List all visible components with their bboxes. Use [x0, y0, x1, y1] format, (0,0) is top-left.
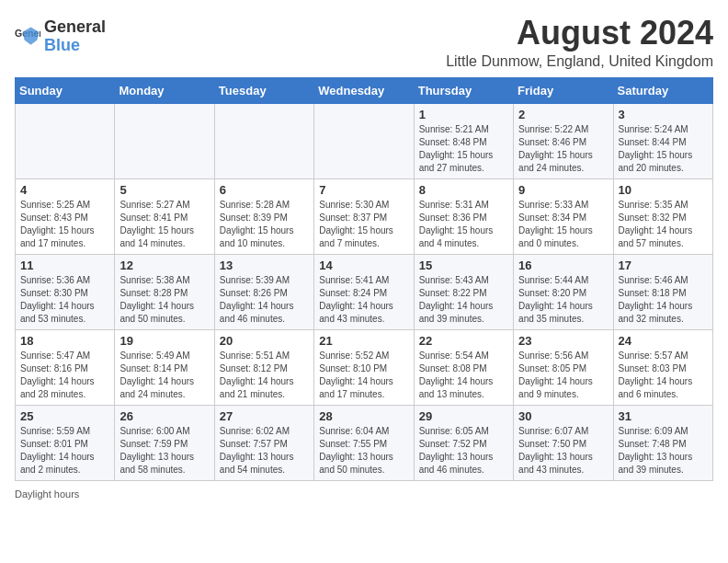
day-info: Sunrise: 5:28 AM Sunset: 8:39 PM Dayligh…	[220, 199, 309, 250]
calendar-cell: 26Sunrise: 6:00 AM Sunset: 7:59 PM Dayli…	[115, 405, 214, 480]
day-number: 9	[518, 183, 608, 197]
calendar-cell: 16Sunrise: 5:44 AM Sunset: 8:20 PM Dayli…	[514, 254, 613, 329]
day-info: Sunrise: 5:25 AM Sunset: 8:43 PM Dayligh…	[20, 199, 109, 250]
day-info: Sunrise: 6:04 AM Sunset: 7:55 PM Dayligh…	[319, 425, 408, 477]
day-number: 16	[518, 259, 608, 272]
day-number: 19	[119, 334, 209, 348]
day-info: Sunrise: 5:33 AM Sunset: 8:34 PM Dayligh…	[518, 199, 608, 250]
day-info: Sunrise: 5:51 AM Sunset: 8:12 PM Dayligh…	[220, 350, 309, 401]
day-number: 5	[119, 183, 209, 197]
calendar-cell: 10Sunrise: 5:35 AM Sunset: 8:32 PM Dayli…	[613, 178, 712, 254]
day-info: Sunrise: 6:02 AM Sunset: 7:57 PM Dayligh…	[220, 425, 309, 477]
day-number: 25	[20, 409, 109, 423]
calendar-cell: 18Sunrise: 5:47 AM Sunset: 8:16 PM Dayli…	[16, 329, 115, 405]
calendar-cell: 29Sunrise: 6:05 AM Sunset: 7:52 PM Dayli…	[414, 405, 513, 480]
day-number: 17	[619, 259, 708, 272]
day-info: Sunrise: 5:47 AM Sunset: 8:16 PM Dayligh…	[20, 350, 109, 401]
day-number: 21	[319, 334, 408, 348]
day-number: 30	[518, 409, 608, 423]
calendar-cell: 28Sunrise: 6:04 AM Sunset: 7:55 PM Dayli…	[314, 405, 414, 480]
day-info: Sunrise: 5:22 AM Sunset: 8:46 PM Dayligh…	[518, 123, 608, 175]
calendar-week-row: 18Sunrise: 5:47 AM Sunset: 8:16 PM Dayli…	[16, 329, 713, 405]
day-number: 22	[419, 334, 508, 348]
logo: General GeneralBlue	[15, 18, 106, 55]
calendar-week-row: 11Sunrise: 5:36 AM Sunset: 8:30 PM Dayli…	[16, 254, 713, 329]
day-number: 1	[419, 108, 508, 121]
location: Little Dunmow, England, United Kingdom	[446, 53, 713, 70]
calendar-cell: 19Sunrise: 5:49 AM Sunset: 8:14 PM Dayli…	[115, 329, 214, 405]
calendar-cell: 24Sunrise: 5:57 AM Sunset: 8:03 PM Dayli…	[613, 329, 712, 405]
calendar-cell: 8Sunrise: 5:31 AM Sunset: 8:36 PM Daylig…	[414, 178, 513, 254]
day-info: Sunrise: 5:30 AM Sunset: 8:37 PM Dayligh…	[319, 199, 408, 250]
day-info: Sunrise: 5:24 AM Sunset: 8:44 PM Dayligh…	[619, 123, 708, 175]
calendar-cell: 20Sunrise: 5:51 AM Sunset: 8:12 PM Dayli…	[214, 329, 313, 405]
day-number: 3	[619, 108, 708, 121]
calendar-week-row: 1Sunrise: 5:21 AM Sunset: 8:48 PM Daylig…	[16, 103, 713, 178]
calendar-cell: 22Sunrise: 5:54 AM Sunset: 8:08 PM Dayli…	[414, 329, 513, 405]
day-number: 26	[119, 409, 209, 423]
calendar-cell: 25Sunrise: 5:59 AM Sunset: 8:01 PM Dayli…	[16, 405, 115, 480]
calendar-table: SundayMondayTuesdayWednesdayThursdayFrid…	[15, 77, 713, 481]
calendar-cell: 30Sunrise: 6:07 AM Sunset: 7:50 PM Dayli…	[514, 405, 613, 480]
day-number: 4	[20, 183, 109, 197]
month-year: August 2024	[446, 15, 713, 52]
day-info: Sunrise: 5:41 AM Sunset: 8:24 PM Dayligh…	[319, 274, 408, 326]
day-info: Sunrise: 5:43 AM Sunset: 8:22 PM Dayligh…	[419, 274, 508, 326]
footer: Daylight hours	[15, 488, 713, 500]
calendar-cell: 11Sunrise: 5:36 AM Sunset: 8:30 PM Dayli…	[16, 254, 115, 329]
calendar-day-header: Wednesday	[314, 77, 414, 103]
day-number: 10	[619, 183, 708, 197]
day-info: Sunrise: 5:57 AM Sunset: 8:03 PM Dayligh…	[619, 350, 708, 401]
page-header: General GeneralBlue August 2024 Little D…	[15, 15, 713, 70]
day-info: Sunrise: 5:27 AM Sunset: 8:41 PM Dayligh…	[119, 199, 209, 250]
calendar-cell: 2Sunrise: 5:22 AM Sunset: 8:46 PM Daylig…	[514, 103, 613, 178]
day-info: Sunrise: 5:56 AM Sunset: 8:05 PM Dayligh…	[518, 350, 608, 401]
calendar-cell: 15Sunrise: 5:43 AM Sunset: 8:22 PM Dayli…	[414, 254, 513, 329]
day-info: Sunrise: 6:05 AM Sunset: 7:52 PM Dayligh…	[419, 425, 508, 477]
day-number: 11	[20, 259, 109, 272]
day-number: 29	[419, 409, 508, 423]
day-number: 12	[119, 259, 209, 272]
calendar-cell: 14Sunrise: 5:41 AM Sunset: 8:24 PM Dayli…	[314, 254, 414, 329]
day-number: 8	[419, 183, 508, 197]
day-number: 7	[319, 183, 408, 197]
day-info: Sunrise: 5:54 AM Sunset: 8:08 PM Dayligh…	[419, 350, 508, 401]
logo-icon: General	[15, 24, 40, 50]
calendar-cell: 1Sunrise: 5:21 AM Sunset: 8:48 PM Daylig…	[414, 103, 513, 178]
calendar-cell: 13Sunrise: 5:39 AM Sunset: 8:26 PM Dayli…	[214, 254, 313, 329]
day-info: Sunrise: 5:49 AM Sunset: 8:14 PM Dayligh…	[119, 350, 209, 401]
calendar-week-row: 4Sunrise: 5:25 AM Sunset: 8:43 PM Daylig…	[16, 178, 713, 254]
calendar-cell: 9Sunrise: 5:33 AM Sunset: 8:34 PM Daylig…	[514, 178, 613, 254]
day-number: 18	[20, 334, 109, 348]
day-info: Sunrise: 5:44 AM Sunset: 8:20 PM Dayligh…	[518, 274, 608, 326]
day-info: Sunrise: 5:59 AM Sunset: 8:01 PM Dayligh…	[20, 425, 109, 477]
calendar-cell: 27Sunrise: 6:02 AM Sunset: 7:57 PM Dayli…	[214, 405, 313, 480]
day-number: 28	[319, 409, 408, 423]
calendar-day-header: Friday	[514, 77, 613, 103]
calendar-cell: 3Sunrise: 5:24 AM Sunset: 8:44 PM Daylig…	[613, 103, 712, 178]
calendar-day-header: Tuesday	[214, 77, 313, 103]
calendar-cell	[16, 103, 115, 178]
day-info: Sunrise: 6:00 AM Sunset: 7:59 PM Dayligh…	[119, 425, 209, 477]
day-number: 27	[220, 409, 309, 423]
day-number: 14	[319, 259, 408, 272]
day-number: 31	[619, 409, 708, 423]
day-info: Sunrise: 5:36 AM Sunset: 8:30 PM Dayligh…	[20, 274, 109, 326]
calendar-day-header: Thursday	[414, 77, 513, 103]
calendar-day-header: Sunday	[16, 77, 115, 103]
calendar-cell	[115, 103, 214, 178]
day-info: Sunrise: 5:39 AM Sunset: 8:26 PM Dayligh…	[220, 274, 309, 326]
calendar-cell: 17Sunrise: 5:46 AM Sunset: 8:18 PM Dayli…	[613, 254, 712, 329]
day-number: 13	[220, 259, 309, 272]
day-info: Sunrise: 5:46 AM Sunset: 8:18 PM Dayligh…	[619, 274, 708, 326]
day-info: Sunrise: 5:31 AM Sunset: 8:36 PM Dayligh…	[419, 199, 508, 250]
day-number: 20	[220, 334, 309, 348]
calendar-day-header: Monday	[115, 77, 214, 103]
calendar-cell: 6Sunrise: 5:28 AM Sunset: 8:39 PM Daylig…	[214, 178, 313, 254]
day-number: 2	[518, 108, 608, 121]
day-info: Sunrise: 5:21 AM Sunset: 8:48 PM Dayligh…	[419, 123, 508, 175]
calendar-cell: 4Sunrise: 5:25 AM Sunset: 8:43 PM Daylig…	[16, 178, 115, 254]
calendar-cell: 5Sunrise: 5:27 AM Sunset: 8:41 PM Daylig…	[115, 178, 214, 254]
day-number: 24	[619, 334, 708, 348]
calendar-cell	[214, 103, 313, 178]
